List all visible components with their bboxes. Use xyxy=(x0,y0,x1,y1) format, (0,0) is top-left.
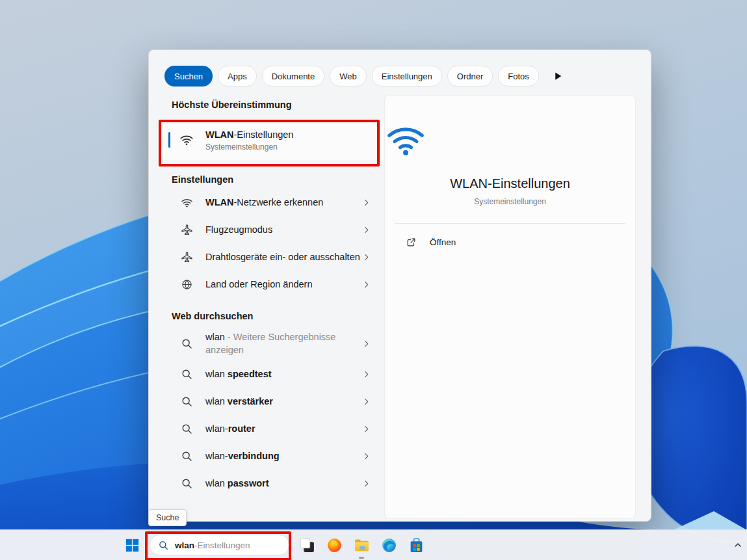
chevron-right-icon xyxy=(361,339,371,349)
settings-section-header: Einstellungen xyxy=(162,174,387,185)
result-label: wlan verstärker xyxy=(205,391,360,412)
best-match-result[interactable]: WLAN-Einstellungen Systemeinstellungen xyxy=(162,120,387,160)
chevron-right-icon xyxy=(361,280,371,289)
settings-result-row[interactable]: Drahtlosgeräte ein- oder ausschalten xyxy=(162,243,387,271)
text-segment: wlan xyxy=(205,478,228,488)
chevron-right-icon xyxy=(361,451,371,461)
search-icon xyxy=(181,368,193,380)
settings-result-row[interactable]: Flugzeugmodus xyxy=(162,216,387,243)
task-view-button[interactable] xyxy=(297,535,317,555)
settings-result-row[interactable]: Land oder Region ändern xyxy=(162,271,387,298)
task-view-icon xyxy=(299,537,315,553)
text-segment: wlan- xyxy=(205,451,228,461)
settings-result-list: WLAN-Netzwerke erkennenFlugzeugmodusDrah… xyxy=(162,189,387,298)
search-filter-tabs: SuchenAppsDokumenteWebEinstellungenOrdne… xyxy=(164,66,564,87)
chevron-right-icon xyxy=(361,198,371,207)
text-segment: router xyxy=(228,423,256,434)
text-segment: -Netzwerke erkennen xyxy=(234,197,324,207)
airplane-icon xyxy=(181,224,193,236)
microsoft-store-taskbar-button[interactable] xyxy=(406,535,426,555)
selection-accent-bar xyxy=(168,132,170,148)
show-hidden-icons-chevron-icon[interactable] xyxy=(733,540,743,550)
web-suggestion-row[interactable]: wlan passwort xyxy=(162,470,387,497)
text-segment: Drahtlosgeräte ein- oder ausschalten xyxy=(205,252,360,262)
search-results-column: Höchste Übereinstimmung WLAN-Einstellung… xyxy=(162,100,387,497)
text-segment: Land oder Region ändern xyxy=(205,279,312,289)
text-segment: wlan xyxy=(205,396,228,407)
search-icon xyxy=(181,423,193,435)
search-button-tooltip: Suche xyxy=(148,509,187,526)
web-suggestion-row[interactable]: wlan speedtest xyxy=(162,360,387,388)
wifi-icon xyxy=(181,196,193,209)
filter-tab-einstellungen[interactable]: Einstellungen xyxy=(372,66,442,87)
web-suggestion-row[interactable]: wlan verstärker xyxy=(162,388,387,415)
taskbar: wlan-Einstellungen xyxy=(0,529,747,560)
globe-icon xyxy=(181,278,193,291)
web-suggestion-row[interactable]: wlan - Weitere Suchergebnisse anzeigen xyxy=(162,327,387,360)
text-segment: Flugzeugmodus xyxy=(205,224,272,235)
preview-divider xyxy=(395,223,625,224)
text-segment: -Einstellungen xyxy=(234,129,294,140)
search-query-suggestion-text: -Einstellungen xyxy=(194,540,250,550)
taskbar-icon-group: wlan-Einstellungen xyxy=(122,530,426,560)
result-label: WLAN-Netzwerke erkennen xyxy=(205,192,360,213)
chevron-right-icon xyxy=(361,479,371,488)
search-query-text: wlan xyxy=(175,540,194,550)
text-segment: WLAN xyxy=(205,129,234,140)
filter-tab-ordner[interactable]: Ordner xyxy=(447,66,493,87)
chevron-right-icon xyxy=(361,369,371,379)
result-label: wlan passwort xyxy=(205,473,360,494)
filter-tab-suchen[interactable]: Suchen xyxy=(164,66,213,87)
web-suggestion-list: wlan - Weitere Suchergebnisse anzeigenwl… xyxy=(162,327,387,497)
result-label: wlan-verbindung xyxy=(205,446,360,466)
airplane-icon xyxy=(181,251,193,263)
open-external-icon xyxy=(406,237,417,248)
search-icon xyxy=(158,540,169,551)
filter-tab-web[interactable]: Web xyxy=(330,66,367,87)
preview-title: WLAN-Einstellungen xyxy=(385,176,635,191)
open-action-label: Öffnen xyxy=(430,237,456,247)
chevron-right-icon xyxy=(361,252,371,262)
firefox-icon xyxy=(326,537,343,553)
web-section-header: Web durchsuchen xyxy=(162,311,387,321)
taskbar-search-box[interactable]: wlan-Einstellungen xyxy=(150,535,289,555)
text-segment: passwort xyxy=(228,478,269,488)
result-label: wlan-router xyxy=(205,418,360,439)
text-segment: speedtest xyxy=(228,369,272,379)
result-preview-card: WLAN-Einstellungen Systemeinstellungen Ö… xyxy=(384,95,636,519)
wifi-icon-large xyxy=(385,119,426,161)
result-label: Drahtlosgeräte ein- oder ausschalten xyxy=(205,247,360,267)
text-segment: wlan- xyxy=(205,423,228,434)
filter-tab-apps[interactable]: Apps xyxy=(218,66,257,87)
text-segment: verstärker xyxy=(228,396,273,407)
search-icon xyxy=(181,450,193,462)
open-action-button[interactable]: Öffnen xyxy=(390,228,630,256)
wifi-icon xyxy=(179,133,194,147)
text-segment: wlan xyxy=(205,369,228,379)
text-segment: - Weitere Suchergebnisse anzeigen xyxy=(205,332,335,355)
web-suggestion-row[interactable]: wlan-verbindung xyxy=(162,442,387,470)
result-label: wlan - Weitere Suchergebnisse anzeigen xyxy=(205,327,360,360)
web-suggestion-row[interactable]: wlan-router xyxy=(162,415,387,442)
filter-tab-dokumente[interactable]: Dokumente xyxy=(262,66,324,87)
best-match-title: WLAN-Einstellungen xyxy=(205,129,293,140)
firefox-taskbar-button[interactable] xyxy=(324,535,344,555)
text-segment: WLAN xyxy=(205,197,234,207)
search-icon xyxy=(181,477,193,490)
more-tabs-arrow-icon[interactable] xyxy=(552,70,564,82)
start-button[interactable] xyxy=(122,535,142,555)
result-label: Flugzeugmodus xyxy=(205,219,360,240)
best-match-subtitle: Systemeinstellungen xyxy=(205,142,293,152)
file-explorer-icon xyxy=(354,537,370,553)
text-segment: wlan xyxy=(205,332,225,342)
result-label: Land oder Region ändern xyxy=(205,274,360,295)
filter-tab-fotos[interactable]: Fotos xyxy=(498,66,539,87)
running-app-indicator xyxy=(359,557,364,559)
chevron-right-icon xyxy=(361,225,371,235)
best-match-header: Höchste Übereinstimmung xyxy=(162,100,387,110)
file-explorer-taskbar-button[interactable] xyxy=(352,535,371,555)
microsoft-store-icon xyxy=(408,537,425,553)
edge-taskbar-button[interactable] xyxy=(379,535,399,555)
settings-result-row[interactable]: WLAN-Netzwerke erkennen xyxy=(162,189,387,216)
edge-icon xyxy=(381,537,397,553)
